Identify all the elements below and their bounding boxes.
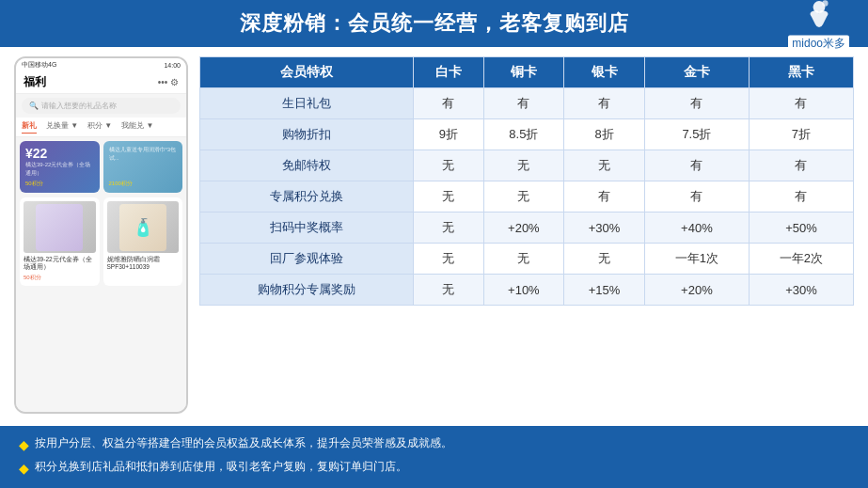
logo-area: midoo米多 <box>788 0 849 52</box>
table-cell: 无 <box>483 181 564 213</box>
row-label: 购物积分专属奖励 <box>200 275 414 306</box>
row-label: 回厂参观体验 <box>200 244 414 275</box>
table-cell: 8折 <box>564 119 645 150</box>
table-cell: +30% <box>749 275 853 306</box>
table-row: 免邮特权无无无有有 <box>200 150 854 181</box>
table-cell: +40% <box>644 213 749 244</box>
table-row: 回厂参观体验无无无一年1次一年2次 <box>200 244 854 275</box>
bullet-icon-1: ◆ <box>19 433 29 457</box>
table-cell: 9折 <box>414 119 483 150</box>
table-cell: 一年1次 <box>644 244 749 275</box>
phone-nav-bar: 福利 ••• ⚙ <box>16 71 186 94</box>
col-header-bronze: 铜卡 <box>483 57 564 88</box>
table-cell: 无 <box>414 181 483 213</box>
table-cell: 7.5折 <box>644 119 749 150</box>
footer-text-2: 积分兑换到店礼品和抵扣券到店使用，吸引老客户复购，复购订单归门店。 <box>35 457 407 478</box>
table-cell: 无 <box>564 244 645 275</box>
coupon-points-1: 50积分 <box>25 180 94 188</box>
phone-nav-icons: ••• ⚙ <box>158 77 179 87</box>
table-cell: 有 <box>749 150 853 181</box>
table-cell: 有 <box>749 88 853 119</box>
bullet-icon-2: ◆ <box>19 457 29 480</box>
table-cell: +50% <box>749 213 853 244</box>
carrier-text: 中国移动4G <box>22 60 56 70</box>
search-icon: 🔍 <box>29 102 39 110</box>
product-title-2: 妮维雅防晒白润霜SPF30+110039 <box>107 256 180 272</box>
midoo-logo-icon <box>800 0 838 34</box>
table-cell: 无 <box>483 150 564 181</box>
footer: ◆ 按用户分层、权益分等搭建合理的会员权益及成长体系，提升会员荣誉感及成就感。 … <box>0 426 868 488</box>
phone-mockup: 中国移动4G 14:00 福利 ••• ⚙ 🔍 请输入想要的礼品名称 新礼 兑换… <box>14 56 188 414</box>
col-header-gold: 金卡 <box>644 57 749 88</box>
product-card-1[interactable]: 橘达39-22元代金券（全场通用） 50积分 <box>20 197 100 286</box>
table-cell: 一年2次 <box>749 244 853 275</box>
table-cell: +10% <box>483 275 564 306</box>
table-cell: +30% <box>564 213 645 244</box>
row-label: 专属积分兑换 <box>200 181 414 213</box>
table-cell: +15% <box>564 275 645 306</box>
product-grid: 橘达39-22元代金券（全场通用） 50积分 🧴 妮维雅防晒白润霜SPF30+1… <box>20 197 182 290</box>
table-cell: 无 <box>414 275 483 306</box>
col-header-black: 黑卡 <box>749 57 853 88</box>
product-points-1: 50积分 <box>24 274 96 282</box>
coupon-desc: 橘达39-22元代金券（全场通用） <box>25 161 94 178</box>
footer-line-2: ◆ 积分兑换到店礼品和抵扣券到店使用，吸引老客户复购，复购订单归门店。 <box>19 457 849 480</box>
membership-table-area: 会员特权 白卡 铜卡 银卡 金卡 黑卡 生日礼包有有有有有购物折扣9折8.5折8… <box>199 56 854 414</box>
svg-point-1 <box>822 0 828 6</box>
row-label: 购物折扣 <box>200 119 414 150</box>
row-label: 免邮特权 <box>200 150 414 181</box>
product-card-2[interactable]: 🧴 妮维雅防晒白润霜SPF30+110039 <box>103 197 183 286</box>
table-row: 专属积分兑换无无有有有 <box>200 181 854 213</box>
coupon-card-2[interactable]: 橘达儿童送专用润滑巾*3包试... 2100积分 <box>103 141 183 193</box>
table-cell: 有 <box>644 88 749 119</box>
table-cell: 无 <box>414 213 483 244</box>
coupon-card-2-desc: 橘达儿童送专用润滑巾*3包试... <box>109 146 178 163</box>
phone-body: ¥22 橘达39-22元代金券（全场通用） 50积分 橘达儿童送专用润滑巾*3包… <box>16 137 186 414</box>
table-cell: 无 <box>564 150 645 181</box>
phone-tab-eligible[interactable]: 我能兑 ▼ <box>121 120 153 134</box>
search-placeholder-text: 请输入想要的礼品名称 <box>41 101 117 111</box>
table-cell: 有 <box>564 181 645 213</box>
phone-search-bar[interactable]: 🔍 请输入想要的礼品名称 <box>22 98 181 114</box>
phone-nav-title: 福利 <box>24 74 46 90</box>
phone-tabs: 新礼 兑换量 ▼ 积分 ▼ 我能兑 ▼ <box>16 118 186 137</box>
phone-tab-redeem[interactable]: 兑换量 ▼ <box>46 120 78 134</box>
phone-tab-new[interactable]: 新礼 <box>22 120 37 134</box>
table-cell: 无 <box>483 244 564 275</box>
coupon-points-2: 2100积分 <box>109 180 178 188</box>
product-title-1: 橘达39-22元代金券（全场通用） <box>24 256 96 272</box>
page-header: 深度粉销：会员统一经营，老客复购到店 midoo米多 <box>0 0 868 47</box>
coupon-card-1[interactable]: ¥22 橘达39-22元代金券（全场通用） 50积分 <box>20 141 100 193</box>
table-cell: 有 <box>414 88 483 119</box>
product-img-2: 🧴 <box>107 201 180 253</box>
product-img-1 <box>24 201 96 253</box>
table-cell: 有 <box>564 88 645 119</box>
footer-text-1: 按用户分层、权益分等搭建合理的会员权益及成长体系，提升会员荣誉感及成就感。 <box>35 433 452 454</box>
footer-line-1: ◆ 按用户分层、权益分等搭建合理的会员权益及成长体系，提升会员荣誉感及成就感。 <box>19 433 849 457</box>
table-cell: +20% <box>644 275 749 306</box>
table-cell: 有 <box>644 181 749 213</box>
table-cell: 7折 <box>749 119 853 150</box>
col-header-white: 白卡 <box>414 57 483 88</box>
table-row: 购物积分专属奖励无+10%+15%+20%+30% <box>200 275 854 306</box>
coupon-row: ¥22 橘达39-22元代金券（全场通用） 50积分 橘达儿童送专用润滑巾*3包… <box>20 141 182 193</box>
logo-text: midoo米多 <box>788 36 849 52</box>
page-title: 深度粉销：会员统一经营，老客复购到店 <box>240 11 629 35</box>
table-row: 购物折扣9折8.5折8折7.5折7折 <box>200 119 854 150</box>
table-cell: +20% <box>483 213 564 244</box>
table-cell: 有 <box>749 181 853 213</box>
table-cell: 无 <box>414 244 483 275</box>
coupon-amount: ¥22 <box>25 146 94 161</box>
main-content: 中国移动4G 14:00 福利 ••• ⚙ 🔍 请输入想要的礼品名称 新礼 兑换… <box>0 47 868 423</box>
row-label: 扫码中奖概率 <box>200 213 414 244</box>
table-cell: 有 <box>483 88 564 119</box>
phone-status-bar: 中国移动4G 14:00 <box>16 58 186 71</box>
col-header-privilege: 会员特权 <box>200 57 414 88</box>
table-header-row: 会员特权 白卡 铜卡 银卡 金卡 黑卡 <box>200 57 854 88</box>
time-text: 14:00 <box>164 62 181 69</box>
row-label: 生日礼包 <box>200 88 414 119</box>
membership-table: 会员特权 白卡 铜卡 银卡 金卡 黑卡 生日礼包有有有有有购物折扣9折8.5折8… <box>199 56 854 306</box>
phone-tab-points[interactable]: 积分 ▼ <box>87 120 112 134</box>
table-row: 生日礼包有有有有有 <box>200 88 854 119</box>
col-header-silver: 银卡 <box>564 57 645 88</box>
